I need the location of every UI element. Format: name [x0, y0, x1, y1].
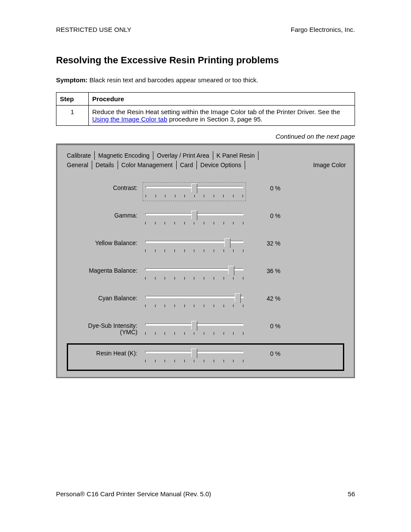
slider-value: 0 % [246, 348, 280, 357]
slider-label: Cyan Balance: [68, 292, 143, 302]
slider-thumb[interactable] [228, 266, 234, 275]
slider-row: Gamma:0 % [67, 205, 344, 233]
slider-track[interactable] [143, 348, 246, 367]
tab-color-management[interactable]: Color Management [118, 161, 177, 169]
slider-label: Magenta Balance: [68, 265, 143, 274]
continued-note: Continued on the next page [56, 133, 355, 140]
slider-row: Yellow Balance:32 % [67, 233, 344, 261]
symptom-label: Symptom: [56, 76, 87, 84]
symptom-line: Symptom: Black resin text and barcodes a… [56, 76, 355, 84]
slider-thumb[interactable] [191, 184, 197, 193]
slider-track[interactable] [143, 320, 246, 339]
th-procedure: Procedure [89, 93, 355, 106]
slider-thumb[interactable] [191, 321, 197, 330]
slider-value: 36 % [246, 265, 280, 274]
step-procedure: Reduce the Resin Heat setting within the… [89, 106, 355, 126]
slider-thumb[interactable] [191, 348, 197, 358]
slider-value: 0 % [246, 210, 280, 219]
slider-label: Contrast: [68, 182, 143, 191]
tab-row-bottom: General Details Color Management Card De… [63, 161, 348, 169]
tab-card[interactable]: Card [177, 161, 197, 169]
tab-details[interactable]: Details [92, 161, 118, 169]
slider-row: Contrast:0 % [67, 178, 344, 205]
slider-value: 32 % [246, 237, 280, 247]
slider-thumb[interactable] [235, 293, 241, 303]
slider-label: Gamma: [68, 210, 143, 219]
step-number: 1 [56, 106, 89, 126]
slider-label: Resin Heat (K): [68, 348, 143, 357]
slider-track[interactable] [143, 182, 246, 201]
tab-overlay-print-area[interactable]: Overlay / Print Area [153, 151, 213, 160]
header-right: Fargo Electronics, Inc. [291, 26, 355, 33]
tab-magnetic-encoding[interactable]: Magnetic Encoding [95, 151, 153, 160]
slider-thumb[interactable] [224, 238, 230, 248]
slider-thumb[interactable] [191, 211, 197, 220]
slider-row: Cyan Balance:42 % [67, 288, 344, 316]
symptom-text: Black resin text and barcodes appear sme… [90, 76, 258, 84]
tab-k-panel-resin[interactable]: K Panel Resin [213, 151, 259, 160]
step-text-b: procedure in Section 3, page 95. [167, 115, 262, 123]
procedure-table: Step Procedure 1 Reduce the Resin Heat s… [56, 92, 355, 126]
tab-calibrate[interactable]: Calibrate [63, 151, 95, 160]
footer-left: Persona® C16 Card Printer Service Manual… [56, 490, 211, 498]
slider-track[interactable] [143, 237, 246, 256]
slider-row: Dye-Sub Intensity:(YMC)0 % [67, 316, 344, 343]
slider-label: Yellow Balance: [68, 237, 143, 246]
tab-image-color[interactable]: Image Color [245, 161, 348, 169]
step-text-a: Reduce the Resin Heat setting within the… [92, 108, 340, 115]
page-title: Resolving the Excessive Resin Printing p… [56, 55, 355, 66]
tab-general[interactable]: General [63, 161, 92, 169]
slider-row: Magenta Balance:36 % [67, 261, 344, 288]
footer-page-number: 56 [348, 490, 355, 498]
slider-label: Dye-Sub Intensity:(YMC) [68, 320, 143, 336]
slider-track[interactable] [143, 210, 246, 229]
slider-track[interactable] [143, 292, 246, 311]
th-step: Step [56, 93, 89, 106]
sliders-panel: Contrast:0 %Gamma:0 %Yellow Balance:32 %… [63, 178, 348, 371]
tab-row-top: Calibrate Magnetic Encoding Overlay / Pr… [63, 151, 348, 160]
link-image-color-tab[interactable]: Using the Image Color tab [92, 115, 167, 123]
slider-value: 0 % [246, 320, 280, 330]
slider-value: 42 % [246, 292, 280, 302]
slider-value: 0 % [246, 182, 280, 192]
slider-track[interactable] [143, 265, 246, 284]
slider-row: Resin Heat (K):0 % [67, 343, 344, 371]
tab-device-options[interactable]: Device Options [197, 161, 245, 169]
header-left: RESTRICTED USE ONLY [56, 26, 131, 33]
dialog-screenshot: Calibrate Magnetic Encoding Overlay / Pr… [56, 143, 355, 378]
